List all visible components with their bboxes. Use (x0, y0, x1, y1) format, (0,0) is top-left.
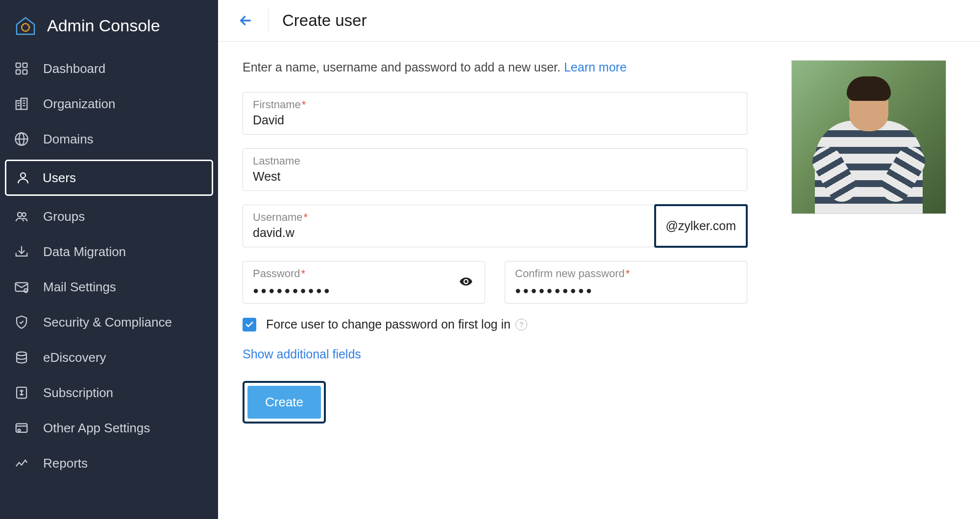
svg-point-15 (21, 173, 25, 178)
required-marker: * (301, 267, 306, 280)
svg-rect-4 (23, 70, 27, 74)
firstname-input[interactable] (253, 113, 737, 127)
firstname-field[interactable]: Firstname* (243, 92, 747, 135)
page-title: Create user (282, 11, 367, 30)
password-field[interactable]: Password* ●●●●●●●●●● (243, 261, 485, 304)
sidebar-header: Admin Console (0, 6, 218, 51)
sidebar-item-domains[interactable]: Domains (0, 121, 218, 157)
back-button[interactable] (237, 12, 254, 29)
svg-point-0 (22, 24, 29, 31)
subscription-icon (14, 385, 29, 401)
sidebar: Admin Console Dashboard Organization (0, 0, 218, 519)
force-change-label-text: Force user to change password on first l… (266, 317, 511, 331)
dashboard-icon (14, 61, 29, 76)
create-button-highlight: Create (243, 381, 326, 424)
sidebar-item-label: Users (43, 170, 76, 186)
force-change-row: Force user to change password on first l… (243, 317, 747, 331)
groups-icon (14, 209, 29, 224)
username-field[interactable]: Username* @zylker.com (243, 205, 747, 247)
reports-icon (14, 455, 29, 471)
migration-icon (14, 244, 29, 260)
required-marker: * (303, 211, 308, 223)
intro-text: Enter a name, username and password to a… (243, 60, 747, 74)
required-marker: * (626, 267, 630, 280)
sidebar-item-organization[interactable]: Organization (0, 86, 218, 121)
username-label-text: Username (253, 211, 302, 223)
show-additional-fields-link[interactable]: Show additional fields (243, 347, 361, 361)
sidebar-item-security[interactable]: Security & Compliance (0, 305, 218, 340)
sidebar-item-label: Domains (43, 132, 94, 147)
sidebar-item-label: Subscription (43, 385, 113, 401)
force-change-label: Force user to change password on first l… (266, 317, 527, 331)
sidebar-item-other-app-settings[interactable]: Other App Settings (0, 410, 218, 446)
confirm-password-field[interactable]: Confirm new password* ●●●●●●●●●● (505, 261, 747, 304)
mail-settings-icon (14, 279, 29, 295)
sidebar-item-label: eDiscovery (43, 350, 106, 365)
domain-label: @zylker.com (666, 219, 736, 233)
main: Create user Enter a name, username and p… (218, 0, 980, 519)
svg-rect-5 (16, 101, 21, 110)
force-change-checkbox[interactable] (243, 318, 256, 331)
confirm-password-label: Confirm new password* (515, 267, 737, 280)
sidebar-item-label: Security & Compliance (43, 315, 172, 330)
confirm-label-text: Confirm new password (515, 267, 625, 280)
show-password-icon[interactable] (459, 275, 473, 290)
password-label: Password* (253, 267, 475, 280)
sidebar-item-label: Reports (43, 456, 88, 471)
lastname-input[interactable] (253, 169, 737, 184)
sidebar-item-data-migration[interactable]: Data Migration (0, 234, 218, 269)
lastname-field[interactable]: Lastname (243, 148, 747, 191)
svg-point-20 (17, 352, 26, 356)
sidebar-item-reports[interactable]: Reports (0, 446, 218, 481)
domain-selector[interactable]: @zylker.com (654, 204, 748, 248)
user-avatar[interactable] (791, 60, 946, 214)
svg-rect-6 (21, 98, 27, 110)
username-input[interactable] (253, 226, 644, 240)
svg-point-16 (18, 212, 22, 217)
learn-more-link[interactable]: Learn more (564, 60, 627, 74)
confirm-password-value: ●●●●●●●●●● (515, 282, 737, 296)
svg-rect-3 (16, 70, 21, 74)
sidebar-item-label: Organization (43, 96, 115, 112)
avatar-area (791, 60, 946, 424)
ediscovery-icon (14, 350, 29, 365)
firstname-label: Firstname* (253, 98, 737, 111)
svg-point-23 (18, 429, 21, 432)
sidebar-item-label: Data Migration (43, 244, 126, 260)
sidebar-item-groups[interactable]: Groups (0, 199, 218, 234)
sidebar-item-mail-settings[interactable]: Mail Settings (0, 269, 218, 305)
password-label-text: Password (253, 267, 300, 280)
form-area: Enter a name, username and password to a… (243, 60, 747, 424)
create-button[interactable]: Create (247, 386, 321, 419)
svg-rect-2 (23, 63, 27, 68)
sidebar-item-label: Mail Settings (43, 280, 116, 295)
svg-rect-1 (16, 63, 21, 68)
password-row: Password* ●●●●●●●●●● Confirm new passwor… (243, 261, 747, 304)
intro-label: Enter a name, username and password to a… (243, 60, 564, 74)
sidebar-item-label: Dashboard (43, 61, 105, 76)
help-icon[interactable]: ? (515, 319, 527, 330)
content: Enter a name, username and password to a… (218, 42, 980, 442)
sidebar-item-ediscovery[interactable]: eDiscovery (0, 340, 218, 375)
organization-icon (14, 96, 29, 112)
app-settings-icon (14, 420, 29, 436)
globe-icon (14, 131, 29, 147)
username-label: Username* (253, 211, 644, 224)
sidebar-nav: Dashboard Organization Domains (0, 51, 218, 481)
shield-icon (14, 314, 29, 330)
firstname-label-text: Firstname (253, 98, 301, 111)
sidebar-item-subscription[interactable]: Subscription (0, 375, 218, 410)
sidebar-title: Admin Console (47, 16, 160, 35)
sidebar-item-label: Other App Settings (43, 421, 150, 436)
svg-point-24 (465, 280, 467, 283)
svg-point-19 (24, 289, 28, 293)
required-marker: * (302, 98, 306, 111)
admin-logo-icon (14, 14, 37, 37)
password-value: ●●●●●●●●●● (253, 282, 475, 296)
sidebar-item-users[interactable]: Users (5, 160, 213, 196)
svg-point-17 (22, 213, 26, 217)
user-icon (15, 170, 31, 186)
lastname-label: Lastname (253, 155, 737, 167)
topbar-divider (268, 9, 269, 32)
sidebar-item-dashboard[interactable]: Dashboard (0, 51, 218, 86)
